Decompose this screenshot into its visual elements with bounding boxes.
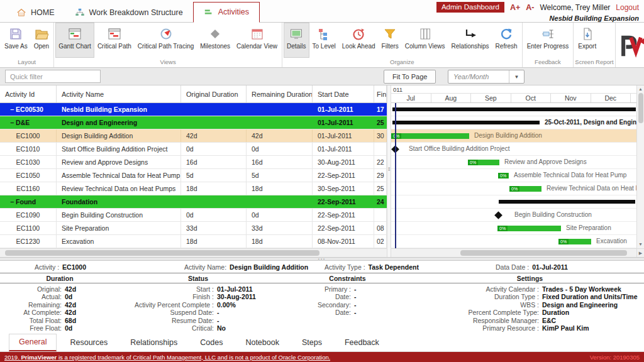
- bar-label: Site Preparation: [566, 224, 611, 231]
- group-label-screen-report: Screen Report: [575, 58, 613, 67]
- month-label: Sep: [471, 94, 511, 102]
- group-label-layout: Layout: [1, 58, 52, 67]
- task-bar[interactable]: 0%: [498, 173, 509, 178]
- calendar-view-button[interactable]: Calendar View: [233, 23, 280, 58]
- task-bar[interactable]: 0%: [558, 239, 591, 244]
- gantt-body: 25-Oct-2011, Design and Engineering 0% D…: [391, 103, 636, 248]
- look-ahead-button[interactable]: Look Ahead: [339, 23, 379, 58]
- table-horizontal-scrollbar[interactable]: [0, 248, 387, 257]
- tab-codes[interactable]: Codes: [191, 335, 232, 351]
- col-header-activity-name[interactable]: Activity Name: [57, 85, 181, 102]
- pane-splitter[interactable]: ‡: [387, 85, 391, 257]
- tab-activities-label: Activities: [218, 8, 249, 16]
- tab-steps[interactable]: Steps: [292, 335, 331, 351]
- gantt-row[interactable]: [391, 103, 636, 116]
- milestone-diamond-icon: [208, 27, 222, 41]
- scrollbar-thumb[interactable]: [460, 250, 627, 256]
- gantt-row[interactable]: [391, 195, 636, 209]
- gantt-row[interactable]: 0% Site Preparation: [391, 222, 636, 235]
- task-bar[interactable]: 0%: [391, 133, 469, 139]
- quick-filter-input[interactable]: [5, 70, 101, 83]
- folder-icon: [35, 27, 48, 41]
- table-row[interactable]: EC1030Review and Approve Designs16d16d30…: [0, 156, 387, 169]
- table-row[interactable]: EC1090Begin Building Construction0d0d22-…: [0, 209, 387, 222]
- col-header-original-duration[interactable]: Original Duration: [181, 85, 247, 102]
- tab-resources[interactable]: Resources: [60, 335, 117, 351]
- gantt-row[interactable]: 0% Assemble Technical Data for Heat Pump: [391, 169, 636, 182]
- timescale-select[interactable]: Year/Month ▼: [448, 70, 525, 84]
- col-header-finish[interactable]: Finish: [374, 85, 387, 102]
- critical-path-button[interactable]: Critical Path: [94, 23, 135, 58]
- gantt-horizontal-scrollbar[interactable]: [391, 248, 636, 257]
- chevron-down-icon[interactable]: ▼: [509, 70, 524, 83]
- milestone-diamond[interactable]: [494, 211, 502, 219]
- summary-bar[interactable]: [392, 107, 636, 111]
- critical-path-tracing-button[interactable]: Critical Path Tracing: [135, 23, 197, 58]
- details-button[interactable]: Details: [284, 23, 309, 58]
- col-header-activity-id[interactable]: Activity Id: [0, 85, 57, 102]
- save-icon: [9, 27, 23, 41]
- col-header-start-date[interactable]: Start Date: [313, 85, 374, 102]
- task-bar[interactable]: 0%: [509, 186, 541, 192]
- filter-bar: Fit To Page Year/Month ▼ − +: [0, 68, 644, 85]
- scrollbar-thumb[interactable]: [638, 93, 643, 123]
- open-button[interactable]: Open: [31, 23, 52, 58]
- timeline-year-label: 011: [391, 85, 636, 94]
- progress-badge: 0%: [391, 133, 401, 139]
- tab-notebook[interactable]: Notebook: [236, 335, 289, 351]
- summary-bar[interactable]: [499, 200, 635, 204]
- tab-relationships[interactable]: Relationships: [121, 335, 187, 351]
- table-row[interactable]: EC1010Start Office Building Addition Pro…: [0, 143, 387, 156]
- gantt-row[interactable]: 25-Oct-2011, Design and Engineering: [391, 116, 636, 129]
- scrollbar-thumb[interactable]: [5, 250, 319, 256]
- table-row[interactable]: EC1160Review Technical Data on Heat Pump…: [0, 182, 387, 195]
- tab-wbs[interactable]: Work Breakdown Structure: [65, 3, 193, 23]
- refresh-button[interactable]: Refresh: [492, 23, 521, 58]
- gantt-row[interactable]: 0% Excavation: [391, 235, 636, 248]
- scroll-right-icon[interactable]: ▶: [637, 248, 644, 257]
- activity-details-panel: Activity :EC1000 Activity Name:Design Bu…: [0, 261, 644, 334]
- tab-activities[interactable]: Activities: [193, 2, 260, 23]
- col-header-remaining-duration[interactable]: Remaining Duration: [247, 85, 313, 102]
- gantt-row[interactable]: Begin Building Construction: [391, 209, 636, 222]
- primaviewer-app: HOME Work Breakdown Structure Activities…: [0, 0, 644, 362]
- gantt-row-selected[interactable]: 0% Design Building Addition: [391, 129, 636, 143]
- activities-grid: Activity Id Activity Name Original Durat…: [0, 85, 644, 257]
- scroll-up-icon[interactable]: ▲: [638, 85, 643, 93]
- admin-dashboard-button[interactable]: Admin Dashboard: [436, 2, 504, 13]
- scroll-down-icon[interactable]: ▼: [638, 241, 643, 248]
- gantt-chart-button[interactable]: Gantt Chart: [55, 23, 94, 58]
- save-as-button[interactable]: Save As: [1, 23, 31, 58]
- vertical-scrollbar[interactable]: ▲ ▼ ▶: [636, 85, 644, 257]
- column-views-button[interactable]: Column Views: [402, 23, 448, 58]
- data-date-label: Data Date :: [496, 263, 529, 271]
- table-row[interactable]: − FoundFoundation22-Sep-201124: [0, 195, 387, 209]
- milestones-button[interactable]: Milestones: [197, 23, 233, 58]
- tab-feedback[interactable]: Feedback: [335, 335, 389, 351]
- fit-to-page-button[interactable]: Fit To Page: [384, 70, 436, 84]
- task-bar[interactable]: 0%: [468, 160, 499, 165]
- task-bar[interactable]: 0%: [497, 226, 561, 231]
- relationships-button[interactable]: Relationships: [448, 23, 492, 58]
- enter-progress-button[interactable]: Enter Progress: [524, 23, 572, 58]
- ribbon-toolbar: Save As Open Layout Gantt Chart Critical…: [0, 23, 644, 68]
- tab-general[interactable]: General: [9, 334, 57, 351]
- gantt-row[interactable]: 0% Review and Approve Designs: [391, 156, 636, 169]
- gantt-row[interactable]: Start Office Building Addition Project: [391, 143, 636, 156]
- progress-badge: 0%: [558, 239, 569, 244]
- table-row-selected[interactable]: EC1000Design Building Addition42d42d01-J…: [0, 129, 387, 143]
- font-decrease-button[interactable]: A-: [526, 3, 534, 12]
- table-row[interactable]: − EC00530Nesbid Building Expansion01-Jul…: [0, 103, 387, 116]
- font-increase-button[interactable]: A+: [510, 3, 520, 12]
- logout-link[interactable]: Logout: [616, 3, 639, 12]
- table-row[interactable]: − D&EDesign and Engineering01-Jul-201125: [0, 116, 387, 129]
- table-row[interactable]: EC1100Site Preparation33d33d22-Sep-20110…: [0, 222, 387, 235]
- export-button[interactable]: Export: [575, 23, 599, 58]
- to-level-button[interactable]: To Level: [309, 23, 339, 58]
- table-row[interactable]: EC1050Assemble Technical Data for Heat P…: [0, 169, 387, 182]
- tab-home[interactable]: HOME: [6, 3, 65, 23]
- gantt-row[interactable]: 0% Review Technical Data on Heat Pumps: [391, 182, 636, 195]
- filters-button[interactable]: Filters: [379, 23, 402, 58]
- table-row[interactable]: EC1230Excavation18d18d08-Nov-201102: [0, 235, 387, 248]
- summary-bar[interactable]: [392, 121, 540, 124]
